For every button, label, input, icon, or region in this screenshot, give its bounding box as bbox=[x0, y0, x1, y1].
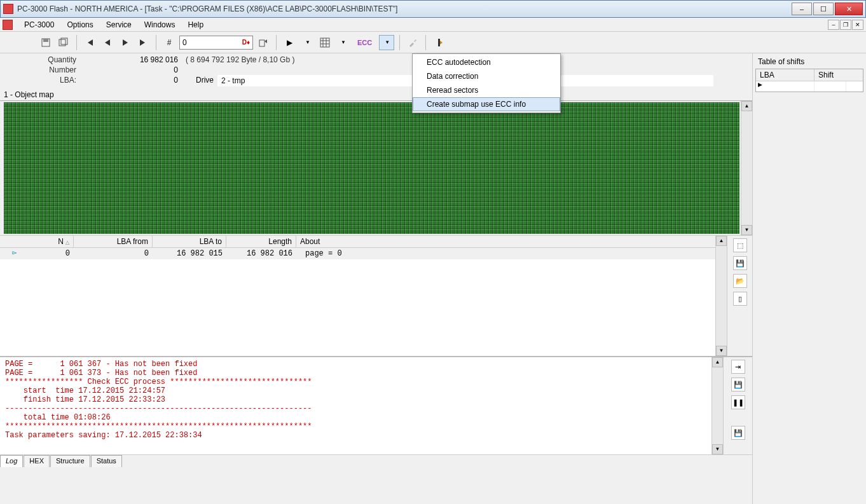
menu-app[interactable]: PC-3000 bbox=[18, 19, 60, 31]
position-value: 0 bbox=[182, 38, 242, 47]
menubar: PC-3000 Options Service Windows Help – ❐… bbox=[0, 18, 866, 32]
number-label: Number bbox=[6, 65, 76, 75]
shifts-cell-shift bbox=[814, 81, 846, 92]
export-icon[interactable] bbox=[256, 35, 271, 50]
log-pause-icon[interactable]: ❚❚ bbox=[731, 395, 745, 409]
tab-structure[interactable]: Structure bbox=[50, 455, 90, 467]
mdi-controls: – ❐ ✕ bbox=[828, 20, 863, 30]
table-row[interactable]: ▻ 0 0 16 982 015 16 982 016 page = 0 bbox=[0, 248, 715, 259]
save-range-icon[interactable]: 💾 bbox=[733, 256, 747, 270]
row-pointer-icon: ▻ bbox=[9, 248, 20, 257]
window-title: PC-3000 Flash - NORTH AMERICA - [Task - … bbox=[17, 4, 792, 13]
log-section: PAGE = 1 061 367 - Has not been fixed PA… bbox=[0, 356, 752, 467]
select-icon[interactable]: ⬚ bbox=[733, 238, 747, 252]
shifts-title: Table of shifts bbox=[755, 56, 863, 67]
minimize-button[interactable]: – bbox=[792, 3, 812, 15]
ecc-button[interactable]: ECC bbox=[353, 35, 376, 50]
col-lba-from[interactable]: LBA from bbox=[74, 236, 153, 247]
svg-rect-5 bbox=[320, 38, 329, 47]
shifts-cell-lba bbox=[764, 81, 814, 92]
nav-first-icon[interactable] bbox=[82, 35, 97, 50]
save-icon[interactable] bbox=[38, 35, 53, 50]
grid-header: N△ LBA from LBA to Length About bbox=[0, 236, 715, 248]
col-lba-to[interactable]: LBA to bbox=[153, 236, 226, 247]
svg-rect-1 bbox=[43, 39, 48, 42]
objmap-scrollbar[interactable]: ▲ ▼ bbox=[741, 101, 752, 235]
tab-status[interactable]: Status bbox=[91, 455, 122, 467]
shifts-row[interactable]: ▶ bbox=[756, 81, 863, 92]
scroll-down-icon[interactable]: ▼ bbox=[716, 346, 727, 356]
info-bar: Quantity 16 982 016 ( 8 694 792 192 Byte… bbox=[0, 53, 752, 89]
log-export-icon[interactable]: ⇥ bbox=[731, 360, 745, 374]
menu-options[interactable]: Options bbox=[60, 19, 99, 31]
mdi-close[interactable]: ✕ bbox=[852, 20, 863, 30]
tab-hex[interactable]: HEX bbox=[24, 455, 50, 467]
svg-rect-10 bbox=[438, 39, 440, 46]
titlebar: PC-3000 Flash - NORTH AMERICA - [Task - … bbox=[0, 0, 866, 18]
log-save2-icon[interactable]: 💾 bbox=[731, 426, 745, 440]
app-menu-icon bbox=[3, 20, 13, 30]
tools-icon[interactable] bbox=[405, 35, 420, 50]
log-scrollbar[interactable]: ▲ ▼ bbox=[711, 357, 723, 454]
grid-tool-icon[interactable] bbox=[317, 35, 333, 50]
tab-log[interactable]: Log bbox=[0, 455, 23, 467]
col-n[interactable]: N△ bbox=[0, 236, 74, 247]
grid-sidebar: ⬚ 💾 📂 ▯ bbox=[727, 236, 752, 356]
cell-about: page = 0 bbox=[296, 248, 715, 259]
cell-lba-to: 16 982 015 bbox=[153, 248, 226, 259]
nav-last-icon[interactable] bbox=[135, 35, 151, 50]
play-icon[interactable]: ▶ bbox=[282, 35, 297, 50]
play-dropdown-icon[interactable]: ▼ bbox=[299, 35, 315, 50]
toolbar: # 0 D♦ ▶ ▼ ▼ ECC ▼ bbox=[0, 32, 866, 53]
scroll-up-icon[interactable]: ▲ bbox=[716, 236, 727, 246]
lba-value: 0 bbox=[80, 75, 182, 86]
drive-label: Drive bbox=[186, 75, 214, 86]
d-indicator: D♦ bbox=[242, 39, 250, 46]
position-input[interactable]: 0 D♦ bbox=[179, 36, 253, 50]
close-button[interactable]: ✕ bbox=[835, 3, 863, 15]
open-folder-icon[interactable]: 📂 bbox=[733, 274, 747, 288]
mdi-restore[interactable]: ❐ bbox=[840, 20, 851, 30]
ecc-menu-reread-sectors[interactable]: Reread sectors bbox=[413, 83, 560, 97]
log-text[interactable]: PAGE = 1 061 367 - Has not been fixed PA… bbox=[0, 357, 711, 454]
nav-prev-icon[interactable] bbox=[100, 35, 115, 50]
scroll-up-icon[interactable]: ▲ bbox=[712, 357, 723, 367]
sort-asc-icon: △ bbox=[65, 240, 69, 245]
svg-rect-4 bbox=[259, 40, 265, 46]
exit-icon[interactable] bbox=[431, 35, 446, 50]
number-value: 0 bbox=[80, 65, 182, 75]
grid-dropdown-icon[interactable]: ▼ bbox=[335, 35, 350, 50]
ecc-menu-data-correction[interactable]: Data correction bbox=[413, 69, 560, 83]
col-about[interactable]: About bbox=[296, 236, 715, 247]
shifts-table: LBA Shift ▶ bbox=[755, 69, 863, 92]
mdi-minimize[interactable]: – bbox=[828, 20, 839, 30]
scroll-down-icon[interactable]: ▼ bbox=[712, 444, 723, 454]
grid-scrollbar[interactable]: ▲ ▼ bbox=[715, 236, 727, 356]
app-icon bbox=[3, 4, 13, 14]
save-all-icon[interactable] bbox=[56, 35, 71, 50]
menu-windows[interactable]: Windows bbox=[138, 19, 182, 31]
ecc-menu-create-submap[interactable]: Create submap use ECC info bbox=[413, 97, 560, 111]
menu-help[interactable]: Help bbox=[181, 19, 210, 31]
page-icon[interactable]: ▯ bbox=[733, 292, 747, 306]
cell-lba-from: 0 bbox=[74, 248, 153, 259]
ecc-menu-autodetection[interactable]: ECC autodetection bbox=[413, 55, 560, 69]
objmap-title: 1 - Object map bbox=[0, 89, 752, 100]
object-map[interactable] bbox=[4, 102, 739, 234]
maximize-button[interactable]: ☐ bbox=[813, 3, 834, 15]
ecc-dropdown-icon[interactable]: ▼ bbox=[379, 35, 394, 50]
shifts-col-lba[interactable]: LBA bbox=[756, 69, 814, 81]
shifts-col-shift[interactable]: Shift bbox=[814, 69, 846, 81]
shifts-panel: Table of shifts LBA Shift ▶ bbox=[753, 53, 866, 504]
menu-service[interactable]: Service bbox=[100, 19, 138, 31]
scroll-up-icon[interactable]: ▲ bbox=[741, 101, 752, 111]
window-controls: – ☐ ✕ bbox=[792, 3, 863, 15]
grid-icon[interactable]: # bbox=[162, 35, 177, 50]
quantity-value: 16 982 016 bbox=[80, 55, 182, 65]
row-pointer-icon: ▶ bbox=[756, 81, 764, 92]
scroll-down-icon[interactable]: ▼ bbox=[741, 225, 752, 235]
quantity-label: Quantity bbox=[6, 55, 76, 65]
log-save-icon[interactable]: 💾 bbox=[731, 378, 745, 392]
col-length[interactable]: Length bbox=[226, 236, 296, 247]
nav-next-icon[interactable] bbox=[118, 35, 133, 50]
